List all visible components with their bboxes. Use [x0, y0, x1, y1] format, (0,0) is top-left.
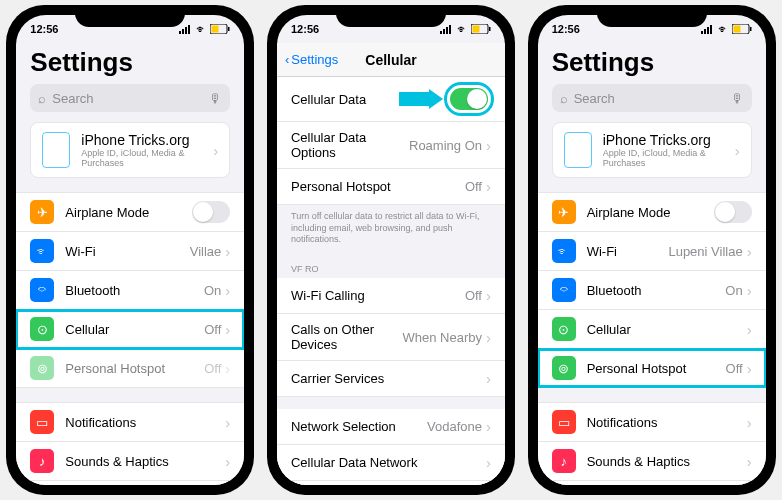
cell-row-cellular-data-network[interactable]: Cellular Data Network›: [277, 445, 505, 481]
settings-row-sounds-&-haptics[interactable]: ♪Sounds & Haptics›: [16, 442, 244, 481]
settings-row-bluetooth[interactable]: ⌔BluetoothOn›: [16, 271, 244, 310]
row-value: Off: [465, 288, 482, 303]
profile-row[interactable]: iPhone Tricks.org Apple ID, iCloud, Medi…: [552, 122, 752, 178]
notch: [597, 5, 707, 27]
search-placeholder: Search: [574, 91, 615, 106]
group-connectivity: ✈Airplane ModeᯤWi-FiLupeni Villae›⌔Bluet…: [538, 192, 766, 388]
row-label: Notifications: [65, 415, 225, 430]
profile-row[interactable]: iPhone Tricks.org Apple ID, iCloud, Medi…: [30, 122, 230, 178]
chevron-right-icon: ›: [486, 418, 491, 435]
status-icons: ᯤ: [179, 23, 230, 35]
row-value: On: [725, 283, 742, 298]
profile-icon: [42, 132, 70, 168]
notch: [336, 5, 446, 27]
settings-row-bluetooth[interactable]: ⌔BluetoothOn›: [538, 271, 766, 310]
page-title: Settings: [16, 43, 244, 84]
row-value: Off: [726, 361, 743, 376]
cell-row-wi-fi-calling[interactable]: Wi-Fi CallingOff›: [277, 278, 505, 314]
chevron-right-icon: ›: [225, 282, 230, 299]
settings-row-do-not-disturb[interactable]: ☽Do Not Disturb›: [538, 481, 766, 485]
chevron-right-icon: ›: [747, 414, 752, 431]
cell-row-calls-on-other-devices[interactable]: Calls on Other DevicesWhen Nearby›: [277, 314, 505, 361]
search-input[interactable]: ⌕ Search 🎙: [30, 84, 230, 112]
chevron-right-icon: ›: [735, 142, 740, 159]
row-value: Vodafone: [427, 419, 482, 434]
search-input[interactable]: ⌕ Search 🎙: [552, 84, 752, 112]
row-label: Airplane Mode: [65, 205, 192, 220]
airplane-mode-icon: ✈: [552, 200, 576, 224]
notifications-icon: ▭: [30, 410, 54, 434]
nav-title: Cellular: [365, 52, 416, 68]
wi-fi-icon: ᯤ: [552, 239, 576, 263]
settings-row-notifications[interactable]: ▭Notifications›: [16, 403, 244, 442]
screen-3: 12:56 ᯤ Settings ⌕ Search 🎙 iPhone Trick…: [538, 15, 766, 485]
row-label: Carrier Services: [291, 371, 486, 386]
cell-row-network-selection[interactable]: Network SelectionVodafone›: [277, 409, 505, 445]
svg-rect-16: [707, 27, 709, 34]
settings-row-cellular[interactable]: ⊙CellularOff›: [16, 310, 244, 349]
back-button[interactable]: ‹Settings: [285, 52, 338, 67]
group-cell-data: Cellular DataCellular Data OptionsRoamin…: [277, 77, 505, 205]
settings-row-do-not-disturb[interactable]: ☽Do Not Disturb›: [16, 481, 244, 485]
cell-row-sim-pin[interactable]: SIM PIN›: [277, 481, 505, 485]
settings-row-notifications[interactable]: ▭Notifications›: [538, 403, 766, 442]
cellular-list: Cellular DataCellular Data OptionsRoamin…: [277, 77, 505, 485]
profile-name: iPhone Tricks.org: [81, 132, 213, 148]
wifi-icon: ᯤ: [196, 23, 207, 35]
row-label: Cellular Data Network: [291, 455, 486, 470]
settings-row-airplane-mode[interactable]: ✈Airplane Mode: [16, 193, 244, 232]
mic-icon[interactable]: 🎙: [209, 91, 222, 106]
svg-rect-9: [446, 27, 448, 34]
screen-1: 12:56 ᯤ Settings ⌕ Search 🎙 iPhone Trick…: [16, 15, 244, 485]
settings-row-wi-fi[interactable]: ᯤWi-FiVillae›: [16, 232, 244, 271]
mic-icon[interactable]: 🎙: [731, 91, 744, 106]
row-value: Off: [204, 361, 221, 376]
chevron-right-icon: ›: [486, 454, 491, 471]
group-network: Network SelectionVodafone›Cellular Data …: [277, 409, 505, 485]
time: 12:56: [291, 23, 319, 35]
row-value: Villae: [190, 244, 222, 259]
svg-rect-19: [733, 26, 740, 33]
row-label: Wi-Fi Calling: [291, 288, 465, 303]
cell-row-cellular-data-options[interactable]: Cellular Data OptionsRoaming On›: [277, 122, 505, 169]
row-label: Network Selection: [291, 419, 427, 434]
svg-rect-3: [188, 25, 190, 34]
row-label: Bluetooth: [65, 283, 204, 298]
phone-2: 12:56 ᯤ ‹Settings Cellular Cellular Data…: [267, 5, 515, 495]
chevron-left-icon: ‹: [285, 52, 289, 67]
settings-row-cellular[interactable]: ⊙Cellular›: [538, 310, 766, 349]
battery-icon: [210, 24, 230, 34]
settings-row-airplane-mode[interactable]: ✈Airplane Mode: [538, 193, 766, 232]
svg-rect-13: [489, 27, 491, 31]
search-icon: ⌕: [560, 91, 568, 106]
notifications-icon: ▭: [552, 410, 576, 434]
chevron-right-icon: ›: [225, 360, 230, 377]
cell-row-cellular-data[interactable]: Cellular Data: [277, 77, 505, 122]
toggle-switch[interactable]: [192, 201, 230, 223]
settings-row-wi-fi[interactable]: ᯤWi-FiLupeni Villae›: [538, 232, 766, 271]
svg-rect-1: [182, 29, 184, 34]
row-value: On: [204, 283, 221, 298]
profile-sub: Apple ID, iCloud, Media & Purchases: [81, 148, 213, 168]
settings-row-personal-hotspot[interactable]: ⊚Personal HotspotOff›: [538, 349, 766, 387]
group-notifications: ▭Notifications›♪Sounds & Haptics›☽Do Not…: [538, 402, 766, 485]
chevron-right-icon: ›: [747, 321, 752, 338]
chevron-right-icon: ›: [225, 321, 230, 338]
battery-icon: [732, 24, 752, 34]
cell-row-carrier-services[interactable]: Carrier Services›: [277, 361, 505, 397]
cell-row-personal-hotspot[interactable]: Personal HotspotOff›: [277, 169, 505, 205]
row-label: Wi-Fi: [587, 244, 669, 259]
screen-2: 12:56 ᯤ ‹Settings Cellular Cellular Data…: [277, 15, 505, 485]
row-value: Off: [465, 179, 482, 194]
settings-row-personal-hotspot[interactable]: ⊚Personal HotspotOff›: [16, 349, 244, 387]
chevron-right-icon: ›: [747, 453, 752, 470]
svg-rect-10: [449, 25, 451, 34]
toggle-switch[interactable]: [714, 201, 752, 223]
row-label: Calls on Other Devices: [291, 322, 403, 352]
profile-sub: Apple ID, iCloud, Media & Purchases: [603, 148, 735, 168]
settings-row-sounds-&-haptics[interactable]: ♪Sounds & Haptics›: [538, 442, 766, 481]
row-value: When Nearby: [403, 330, 482, 345]
toggle-switch[interactable]: [450, 88, 488, 110]
battery-icon: [471, 24, 491, 34]
chevron-right-icon: ›: [225, 243, 230, 260]
